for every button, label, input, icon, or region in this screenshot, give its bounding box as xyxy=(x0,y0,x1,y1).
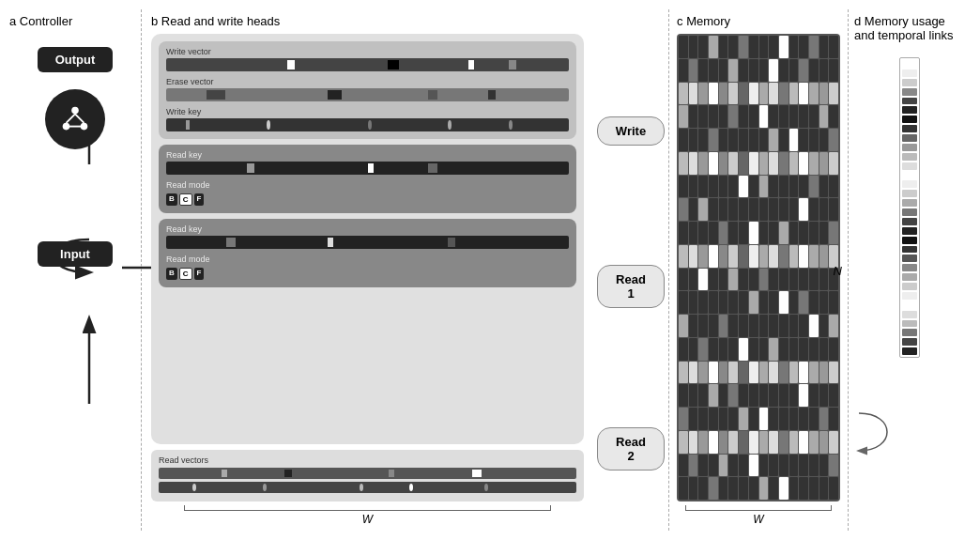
mem-cell xyxy=(719,59,728,82)
rv-bar-1 xyxy=(159,468,576,479)
mem-cell xyxy=(809,477,819,500)
mem-cell xyxy=(789,431,799,454)
mem-cell xyxy=(698,408,708,430)
mem-cell xyxy=(769,176,778,198)
mem-cell xyxy=(829,222,838,244)
mem-cell xyxy=(809,129,819,151)
mem-cell xyxy=(709,152,718,175)
mem-cell xyxy=(719,315,728,337)
mem-cell xyxy=(709,198,718,221)
mem-cell xyxy=(799,176,808,198)
mem-cell xyxy=(819,222,829,244)
mem-cell xyxy=(779,222,789,244)
mem-cell xyxy=(698,36,708,58)
mem-cell xyxy=(769,315,778,337)
mem-cell xyxy=(809,59,819,82)
read2-mode-buttons: B C F xyxy=(166,268,569,280)
read-head-1-box: Read key Read mode B C F xyxy=(159,145,576,213)
usage-cell xyxy=(902,283,917,290)
mem-cell xyxy=(819,315,829,337)
mem-cell xyxy=(739,105,748,128)
usage-cell xyxy=(902,134,917,142)
write-key-row: Write key xyxy=(166,107,569,131)
mem-cell xyxy=(719,269,728,291)
usage-cell xyxy=(902,116,917,123)
mem-cell xyxy=(829,315,838,337)
mem-cell xyxy=(709,384,718,407)
mem-cell xyxy=(709,176,718,198)
mem-cell xyxy=(728,384,738,407)
mem-cell xyxy=(799,477,808,500)
mem-cell xyxy=(769,105,778,128)
mem-cell xyxy=(728,431,738,454)
mem-cell xyxy=(728,338,738,361)
mem-cell xyxy=(749,269,758,291)
read1-mode-c: C xyxy=(179,193,192,206)
mem-cell xyxy=(759,83,769,105)
mem-cell xyxy=(698,105,708,128)
usage-cell xyxy=(902,60,917,68)
mem-cell xyxy=(779,315,789,337)
section-c-label: c Memory xyxy=(677,14,840,28)
mem-cell xyxy=(829,477,838,500)
mem-cell xyxy=(689,152,698,175)
read-vectors-label: Read vectors xyxy=(159,455,576,465)
memory-grid xyxy=(677,34,840,501)
mem-cell xyxy=(819,36,829,58)
read1-btn[interactable]: Read 1 xyxy=(597,265,665,308)
section-b-letter: b xyxy=(151,14,158,28)
mem-cell xyxy=(689,338,698,361)
mem-cell xyxy=(709,59,718,82)
mem-cell xyxy=(799,315,808,337)
mem-cell xyxy=(719,83,728,105)
mem-cell xyxy=(769,408,778,430)
mem-cell xyxy=(719,291,728,314)
mem-cell xyxy=(749,129,758,151)
mem-cell xyxy=(769,431,778,454)
mem-cell xyxy=(799,198,808,221)
mem-cell xyxy=(679,83,688,105)
heads-outer-box: Write vector Erase vector xyxy=(151,34,584,444)
output-box: Output xyxy=(38,47,113,72)
mem-cell xyxy=(789,222,799,244)
mem-cell xyxy=(679,431,688,454)
mem-cell xyxy=(689,408,698,430)
mem-cell xyxy=(819,269,829,291)
mem-cell xyxy=(809,222,819,244)
mem-cell xyxy=(739,431,748,454)
usage-cell xyxy=(902,208,917,216)
mem-cell xyxy=(789,362,799,384)
mem-cell xyxy=(779,431,789,454)
mem-cell xyxy=(829,338,838,361)
mem-cell xyxy=(728,36,738,58)
mem-cell xyxy=(719,338,728,361)
mem-cell xyxy=(739,408,748,430)
rv-bar-2 xyxy=(159,482,576,493)
w-bracket-c: W xyxy=(677,505,840,526)
write-btn[interactable]: Write xyxy=(597,116,665,146)
mem-cell xyxy=(689,59,698,82)
mem-cell xyxy=(709,129,718,151)
mem-cell xyxy=(809,362,819,384)
mem-cell xyxy=(809,291,819,314)
mem-cell xyxy=(769,338,778,361)
section-b: b Read and write heads Write vector xyxy=(142,9,593,531)
mem-cell xyxy=(679,338,688,361)
mem-cell xyxy=(759,362,769,384)
w-bracket-b: W xyxy=(151,505,584,526)
write-head-box: Write vector Erase vector xyxy=(159,41,576,139)
mem-cell xyxy=(679,105,688,128)
section-d-label: d Memory usage and temporal links xyxy=(854,14,965,42)
mem-cell xyxy=(719,176,728,198)
mem-cell xyxy=(759,291,769,314)
mem-cell xyxy=(769,269,778,291)
mem-cell xyxy=(759,431,769,454)
read2-btn[interactable]: Read 2 xyxy=(597,427,665,471)
mem-cell xyxy=(689,245,698,268)
mem-cell xyxy=(819,338,829,361)
mem-cell xyxy=(749,431,758,454)
mem-cell xyxy=(709,408,718,430)
section-c: c Memory N W xyxy=(669,9,848,531)
mem-cell xyxy=(679,408,688,430)
mem-cell xyxy=(759,105,769,128)
